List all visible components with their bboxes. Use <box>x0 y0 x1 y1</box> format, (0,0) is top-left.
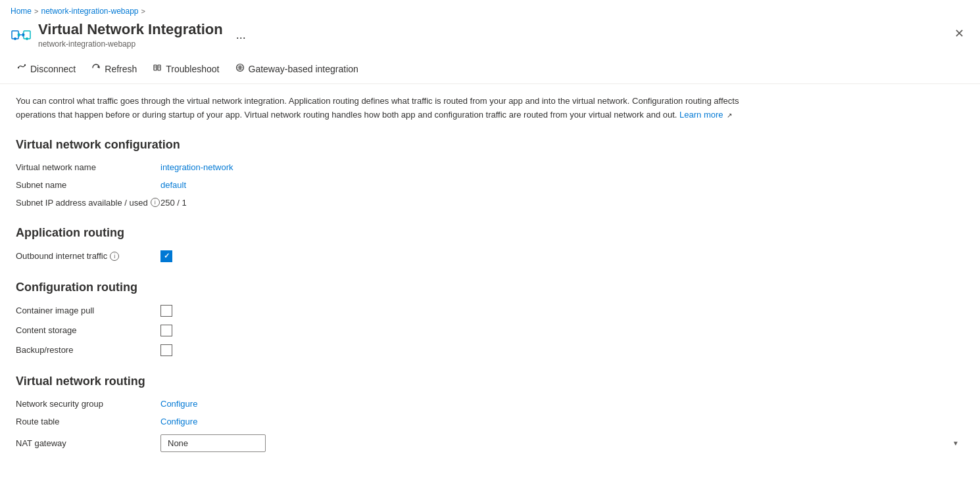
nsg-configure-link[interactable]: Configure <box>160 399 964 409</box>
breadcrumb-sep1: > <box>34 7 38 15</box>
description-body: You can control what traffic goes throug… <box>16 96 739 120</box>
nsg-label: Network security group <box>16 399 160 409</box>
virtual-network-config-grid: Virtual network name integration-network… <box>16 162 964 208</box>
checkmark-icon: ✓ <box>164 252 170 260</box>
virtual-network-routing-grid: Network security group Configure Route t… <box>16 399 964 452</box>
outbound-traffic-checkbox[interactable]: ✓ <box>160 250 172 262</box>
network-integration-icon <box>11 24 32 45</box>
subnet-name-value[interactable]: default <box>160 180 964 190</box>
vnet-name-label: Virtual network name <box>16 162 160 172</box>
application-routing-section: Application routing Outbound internet tr… <box>16 226 964 262</box>
configuration-routing-title: Configuration routing <box>16 281 964 294</box>
outbound-traffic-checkbox-wrapper: ✓ <box>160 250 964 262</box>
application-routing-grid: Outbound internet traffic i ✓ <box>16 250 964 262</box>
configuration-routing-grid: Container image pull Content storage Bac… <box>16 305 964 356</box>
refresh-button[interactable]: Refresh <box>85 59 143 78</box>
page-subtitle: network-integration-webapp <box>38 39 223 49</box>
close-button[interactable]: ✕ <box>949 24 969 43</box>
main-content: You can control what traffic goes throug… <box>0 84 980 481</box>
gateway-integration-button[interactable]: Gateway-based integration <box>229 59 365 78</box>
subnet-ip-info-icon: i <box>151 198 160 207</box>
breadcrumb-app[interactable]: network-integration-webapp <box>41 7 138 16</box>
content-storage-checkbox-wrapper <box>160 325 964 336</box>
route-table-configure-link[interactable]: Configure <box>160 417 964 426</box>
application-routing-title: Application routing <box>16 226 964 240</box>
svg-point-7 <box>18 67 19 68</box>
toolbar: Disconnect Refresh <box>0 54 980 84</box>
nat-gateway-label: NAT gateway <box>16 434 160 452</box>
svg-point-3 <box>26 37 28 40</box>
troubleshoot-label: Troubleshoot <box>166 64 219 74</box>
nat-gateway-select[interactable]: None Gateway1 Gateway2 <box>160 434 266 452</box>
external-link-icon: ↗ <box>727 110 732 121</box>
page-header-left: Virtual Network Integration network-inte… <box>11 21 250 49</box>
container-image-pull-label: Container image pull <box>16 305 160 317</box>
configuration-routing-section: Configuration routing Container image pu… <box>16 281 964 356</box>
page-container: Home > network-integration-webapp > Virt… <box>0 0 980 504</box>
backup-restore-checkbox[interactable] <box>160 344 172 356</box>
svg-marker-9 <box>97 66 100 68</box>
refresh-icon <box>91 63 101 74</box>
content-storage-checkbox[interactable] <box>160 325 172 336</box>
troubleshoot-icon <box>153 63 162 74</box>
subnet-ip-label: Subnet IP address available / used i <box>16 198 160 208</box>
backup-restore-checkbox-wrapper <box>160 344 964 356</box>
subnet-ip-value: 250 / 1 <box>160 198 964 208</box>
subnet-name-label: Subnet name <box>16 180 160 190</box>
backup-restore-label: Backup/restore <box>16 344 160 356</box>
virtual-network-config-title: Virtual network configuration <box>16 138 964 152</box>
page-title-block: Virtual Network Integration network-inte… <box>38 21 223 49</box>
breadcrumb: Home > network-integration-webapp > <box>0 0 980 18</box>
container-image-pull-checkbox-wrapper <box>160 305 964 317</box>
nat-select-chevron-icon: ▼ <box>952 440 959 447</box>
route-table-label: Route table <box>16 417 160 426</box>
virtual-network-routing-section: Virtual network routing Network security… <box>16 375 964 452</box>
virtual-network-config-section: Virtual network configuration Virtual ne… <box>16 138 964 208</box>
troubleshoot-button[interactable]: Troubleshoot <box>146 59 226 78</box>
outbound-traffic-info-icon: i <box>110 252 119 261</box>
disconnect-button[interactable]: Disconnect <box>11 59 82 78</box>
gateway-integration-label: Gateway-based integration <box>249 64 358 74</box>
disconnect-icon <box>17 63 26 74</box>
svg-point-1 <box>14 37 16 40</box>
container-image-pull-checkbox[interactable] <box>160 305 172 317</box>
outbound-traffic-label: Outbound internet traffic i <box>16 250 160 262</box>
nat-gateway-select-wrapper: None Gateway1 Gateway2 ▼ <box>160 434 964 452</box>
refresh-label: Refresh <box>105 64 137 74</box>
page-header: Virtual Network Integration network-inte… <box>0 18 980 49</box>
breadcrumb-home[interactable]: Home <box>11 7 32 16</box>
page-title: Virtual Network Integration <box>38 21 223 38</box>
breadcrumb-sep2: > <box>141 7 145 15</box>
learn-more-link[interactable]: Learn more <box>679 110 723 120</box>
more-options-button[interactable]: ... <box>232 27 250 43</box>
vnet-name-value[interactable]: integration-network <box>160 162 964 172</box>
gateway-icon <box>235 63 245 74</box>
disconnect-label: Disconnect <box>30 64 76 74</box>
content-storage-label: Content storage <box>16 325 160 336</box>
description-text: You can control what traffic goes throug… <box>16 95 739 122</box>
svg-point-8 <box>24 64 26 66</box>
virtual-network-routing-title: Virtual network routing <box>16 375 964 388</box>
